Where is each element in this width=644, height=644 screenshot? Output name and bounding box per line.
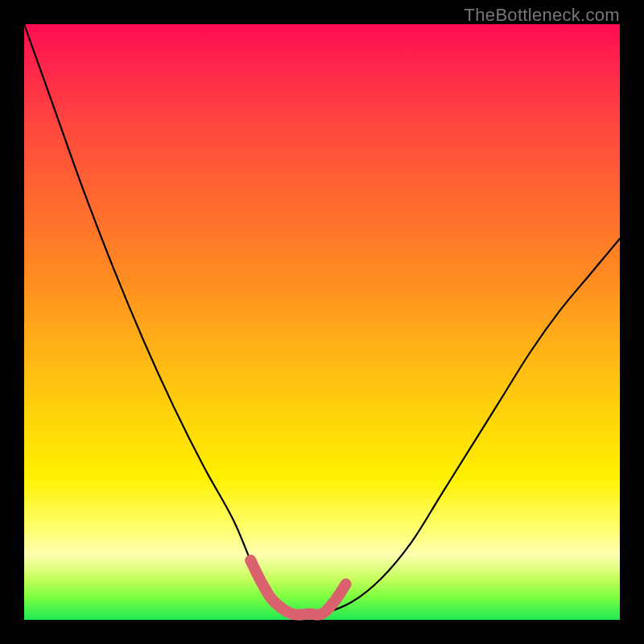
plot-area [24, 24, 620, 620]
bottleneck-curve [24, 24, 620, 615]
optimal-band [250, 560, 345, 615]
attribution-text: TheBottleneck.com [464, 5, 620, 26]
chart-svg [24, 24, 620, 620]
chart-frame: TheBottleneck.com [0, 0, 644, 644]
